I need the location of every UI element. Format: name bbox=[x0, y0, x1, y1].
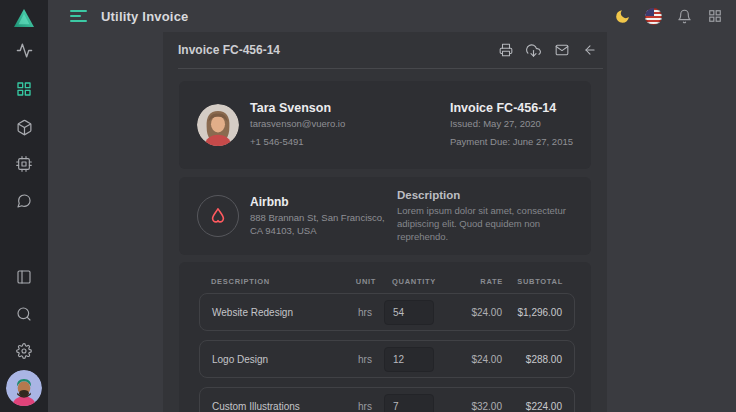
arrow-left-icon bbox=[583, 43, 597, 57]
print-button[interactable] bbox=[498, 43, 513, 58]
client-email: tarasvenson@vuero.io bbox=[250, 118, 345, 131]
invoice-page: Invoice FC-456-14 bbox=[163, 32, 607, 412]
header-unit: Unit bbox=[347, 277, 385, 286]
download-button[interactable] bbox=[526, 43, 541, 58]
client-avatar-image bbox=[197, 104, 239, 146]
item-rate: $32.00 bbox=[442, 401, 502, 412]
company-card: Airbnb 888 Brannan St, San Francisco, CA… bbox=[179, 177, 591, 255]
quantity-input[interactable] bbox=[384, 394, 434, 412]
mail-icon bbox=[555, 43, 569, 57]
apps-button[interactable] bbox=[706, 7, 724, 25]
header-quantity: Quantity bbox=[385, 277, 443, 286]
client-phone: +1 546-5491 bbox=[250, 136, 345, 149]
client-avatar bbox=[197, 104, 239, 146]
item-description: Custom Illustrations bbox=[212, 401, 346, 412]
sidebar-item-settings[interactable] bbox=[0, 334, 48, 368]
language-selector[interactable] bbox=[644, 7, 662, 25]
item-subtotal: $288.00 bbox=[502, 354, 562, 365]
moon-icon bbox=[614, 8, 631, 25]
airbnb-logo-icon bbox=[206, 204, 230, 228]
items-table-header: Description Unit Quantity Rate Subtotal bbox=[199, 277, 575, 286]
topbar: Utility Invoice bbox=[48, 0, 736, 32]
bell-icon bbox=[677, 9, 692, 24]
activity-icon bbox=[16, 42, 33, 59]
notifications-button[interactable] bbox=[675, 7, 693, 25]
table-row: Website Redesign hrs $24.00 $1,296.00 bbox=[199, 293, 575, 331]
sidebar-item-search[interactable] bbox=[0, 297, 48, 331]
item-description: Logo Design bbox=[212, 354, 346, 365]
item-unit: hrs bbox=[346, 401, 384, 412]
page-title: Utility Invoice bbox=[101, 9, 189, 24]
invoice-title: Invoice FC-456-14 bbox=[178, 43, 280, 57]
description-heading: Description bbox=[397, 189, 573, 201]
panels-icon bbox=[16, 269, 32, 285]
invoice-due-date: Payment Due: June 27, 2015 bbox=[450, 136, 573, 149]
icon-sidebar bbox=[0, 0, 48, 412]
item-unit: hrs bbox=[346, 307, 384, 318]
sidebar-item-elements[interactable] bbox=[0, 147, 48, 181]
us-flag-icon bbox=[645, 8, 662, 25]
quantity-input[interactable] bbox=[384, 300, 434, 325]
client-card: Tara Svenson tarasvenson@vuero.io +1 546… bbox=[179, 81, 591, 169]
table-row: Custom Illustrations hrs $32.00 $224.00 bbox=[199, 387, 575, 412]
back-button[interactable] bbox=[582, 43, 597, 58]
dashboard-grid-icon bbox=[16, 81, 32, 97]
sidebar-item-dashboards[interactable] bbox=[0, 72, 48, 106]
header-description: Description bbox=[211, 277, 347, 286]
invoice-number: Invoice FC-456-14 bbox=[450, 101, 573, 115]
sidebar-item-panels[interactable] bbox=[0, 260, 48, 294]
search-icon bbox=[16, 306, 32, 322]
gear-icon bbox=[16, 343, 32, 359]
table-row: Logo Design hrs $24.00 $288.00 bbox=[199, 340, 575, 378]
item-subtotal: $1,296.00 bbox=[502, 307, 562, 318]
quantity-input[interactable] bbox=[384, 347, 434, 372]
apps-grid-icon bbox=[708, 9, 722, 23]
box-icon bbox=[16, 119, 33, 136]
print-icon bbox=[499, 43, 513, 57]
user-avatar[interactable] bbox=[6, 370, 42, 406]
item-description: Website Redesign bbox=[212, 307, 346, 318]
triangle-logo-icon bbox=[13, 8, 35, 28]
invoice-subheader: Invoice FC-456-14 bbox=[178, 32, 603, 69]
item-rate: $24.00 bbox=[442, 307, 502, 318]
header-rate: Rate bbox=[443, 277, 503, 286]
company-address-line2: CA 94103, USA bbox=[250, 225, 385, 238]
user-avatar-image bbox=[6, 370, 42, 406]
company-name: Airbnb bbox=[250, 195, 385, 209]
cloud-download-icon bbox=[526, 43, 541, 58]
item-subtotal: $224.00 bbox=[502, 401, 562, 412]
chat-bubble-icon bbox=[16, 193, 32, 209]
dark-mode-toggle[interactable] bbox=[613, 7, 631, 25]
item-unit: hrs bbox=[346, 354, 384, 365]
menu-toggle[interactable] bbox=[70, 10, 87, 22]
sidebar-item-components[interactable] bbox=[0, 110, 48, 144]
invoice-issued-date: Issued: May 27, 2020 bbox=[450, 118, 573, 131]
sidebar-item-messages[interactable] bbox=[0, 184, 48, 218]
item-rate: $24.00 bbox=[442, 354, 502, 365]
client-name: Tara Svenson bbox=[250, 101, 345, 115]
company-address-line1: 888 Brannan St, San Francisco, bbox=[250, 212, 385, 225]
line-items-card: Description Unit Quantity Rate Subtotal … bbox=[179, 262, 591, 412]
cpu-icon bbox=[16, 156, 32, 172]
description-text: Lorem ipsum dolor sit amet, consectetur … bbox=[397, 204, 573, 244]
header-subtotal: Subtotal bbox=[503, 277, 563, 286]
send-mail-button[interactable] bbox=[554, 43, 569, 58]
company-logo bbox=[197, 195, 239, 237]
brand-logo[interactable] bbox=[0, 5, 48, 31]
sidebar-item-activity[interactable] bbox=[0, 33, 48, 67]
